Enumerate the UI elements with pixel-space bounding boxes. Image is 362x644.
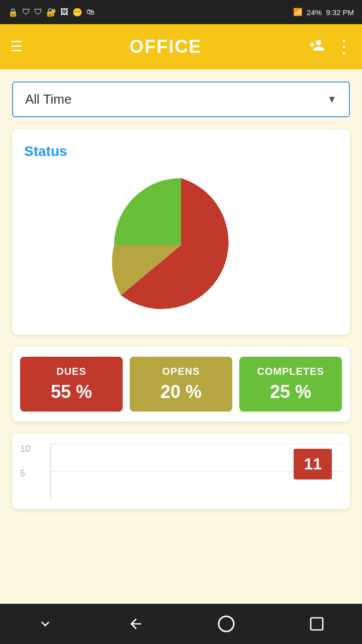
bag-icon: 🛍: [86, 8, 95, 17]
completes-label: COMPLETES: [257, 366, 324, 377]
dues-stat-box: DUES 55 %: [20, 357, 123, 412]
nav-recents-button[interactable]: [302, 609, 332, 639]
app-bar: ☰ OFFICE ⋮: [0, 24, 362, 69]
battery-label: 24%: [307, 8, 322, 17]
completes-value: 25 %: [270, 381, 311, 403]
chart-y-labels: 10 5: [20, 444, 30, 479]
lock-icon: 🔒: [8, 8, 18, 17]
status-icons-left: 🔒 🛡 🛡 🔐 🖼 😶 🛍: [8, 8, 288, 17]
wifi-icon: 📶: [293, 8, 303, 17]
opens-stat-box: OPENS 20 %: [130, 357, 232, 412]
image-icon: 🖼: [60, 8, 68, 17]
nav-back-button[interactable]: [121, 609, 151, 639]
completes-slice: [114, 178, 181, 245]
opens-label: OPENS: [162, 366, 200, 377]
status-right: 📶 24% 9:32 PM: [293, 8, 354, 17]
status-card: Status: [12, 129, 350, 335]
opens-value: 20 %: [160, 381, 202, 403]
time-label: 9:32 PM: [326, 8, 354, 17]
app-title: OFFICE: [33, 36, 299, 57]
svg-point-0: [219, 616, 234, 631]
app-bar-actions: ⋮: [309, 36, 352, 57]
time-filter-dropdown[interactable]: All Time ▼: [12, 82, 350, 117]
chart-bar-value: 11: [294, 449, 332, 479]
status-title: Status: [24, 143, 338, 159]
time-filter-value: All Time: [25, 92, 71, 107]
more-button[interactable]: ⋮: [335, 36, 352, 57]
status-bar: 🔒 🛡 🛡 🔐 🖼 😶 🛍 📶 24% 9:32 PM: [0, 0, 362, 24]
chart-y-label-10: 10: [20, 444, 30, 454]
dues-value: 55 %: [51, 381, 92, 403]
face-icon: 😶: [72, 8, 82, 17]
chart-gridline-top: [51, 444, 342, 444]
chart-y-label-5: 5: [20, 468, 30, 479]
main-content: All Time ▼ Status DUES 55 %: [0, 69, 362, 604]
chart-bar-area: 11: [50, 444, 342, 499]
menu-button[interactable]: ☰: [10, 40, 23, 54]
pie-chart: [111, 175, 251, 315]
bottom-nav: [0, 604, 362, 644]
shield2-icon: 🛡: [34, 8, 42, 17]
svg-rect-1: [311, 618, 323, 630]
nav-home-button[interactable]: [211, 609, 241, 639]
chart-card: 10 5 11: [12, 434, 350, 509]
dues-label: DUES: [56, 366, 86, 377]
pie-chart-container: [24, 170, 338, 320]
add-user-button[interactable]: [309, 37, 325, 57]
dropdown-arrow-icon: ▼: [327, 94, 337, 105]
stats-card: DUES 55 % OPENS 20 % COMPLETES 25 %: [12, 347, 350, 422]
nav-down-button[interactable]: [30, 609, 60, 639]
completes-stat-box: COMPLETES 25 %: [239, 357, 342, 412]
padlock-icon: 🔐: [46, 8, 56, 17]
shield-icon: 🛡: [22, 8, 30, 17]
